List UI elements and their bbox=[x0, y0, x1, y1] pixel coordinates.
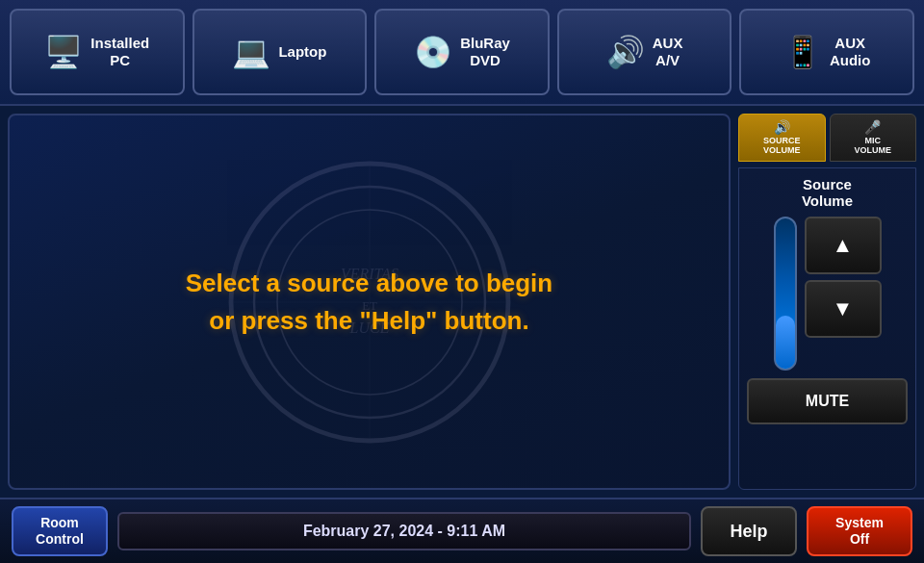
volume-slider-track[interactable] bbox=[774, 217, 797, 371]
source-volume-tab-label: SOURCE VOLUME bbox=[763, 137, 801, 156]
bluray-dvd-button[interactable]: 💿 BluRay DVD bbox=[374, 9, 550, 95]
system-off-button[interactable]: System Off bbox=[807, 506, 912, 556]
aux-audio-icon: 📱 bbox=[783, 37, 822, 67]
preview-panel: VERITAS ET LUCE Select a source above to… bbox=[8, 114, 731, 490]
aux-av-button[interactable]: 🔊 AUX A/V bbox=[557, 9, 732, 95]
main-area: VERITAS ET LUCE Select a source above to… bbox=[0, 106, 924, 498]
main-message: Select a source above to begin or press … bbox=[186, 265, 552, 340]
installed-pc-label: Installed PC bbox=[90, 35, 149, 69]
laptop-button[interactable]: 💻 Laptop bbox=[192, 9, 368, 95]
volume-down-button[interactable]: ▼ bbox=[805, 280, 882, 338]
volume-down-icon: ▼ bbox=[833, 296, 854, 321]
mute-button-label: MUTE bbox=[806, 393, 849, 410]
right-panel: 🔊 SOURCE VOLUME 🎤 MIC VOLUME Source Volu… bbox=[738, 114, 916, 490]
source-volume-icon: 🔊 bbox=[774, 119, 790, 135]
pc-icon: 🖥️ bbox=[44, 37, 83, 67]
volume-controls: ▲ ▼ bbox=[747, 217, 908, 371]
source-bar: 🖥️ Installed PC 💻 Laptop 💿 BluRay DVD 🔊 … bbox=[0, 0, 924, 106]
main-message-line2: or press the "Help" button. bbox=[186, 302, 552, 340]
mic-volume-icon: 🎤 bbox=[864, 119, 881, 135]
volume-up-icon: ▲ bbox=[833, 233, 854, 258]
aux-audio-label: AUX Audio bbox=[830, 35, 871, 69]
aux-audio-button[interactable]: 📱 AUX Audio bbox=[739, 9, 914, 95]
bluray-icon: 💿 bbox=[414, 37, 452, 67]
installed-pc-button[interactable]: 🖥️ Installed PC bbox=[10, 9, 185, 95]
mic-volume-tab[interactable]: 🎤 MIC VOLUME bbox=[830, 114, 917, 162]
help-label: Help bbox=[730, 522, 767, 542]
volume-tabs: 🔊 SOURCE VOLUME 🎤 MIC VOLUME bbox=[738, 114, 916, 162]
mute-button[interactable]: MUTE bbox=[747, 378, 908, 424]
laptop-icon: 💻 bbox=[232, 37, 270, 67]
aux-av-label: AUX A/V bbox=[653, 35, 683, 69]
mic-volume-tab-label: MIC VOLUME bbox=[854, 137, 891, 156]
volume-section-label: Source Volume bbox=[802, 176, 853, 209]
volume-arrow-buttons: ▲ ▼ bbox=[805, 217, 882, 338]
bottom-bar: Room Control February 27, 2024 - 9:11 AM… bbox=[0, 498, 924, 563]
system-off-label: System Off bbox=[835, 515, 884, 548]
room-control-button[interactable]: Room Control bbox=[12, 506, 108, 556]
datetime-display: February 27, 2024 - 9:11 AM bbox=[117, 512, 691, 550]
volume-section: Source Volume ▲ ▼ MUTE bbox=[738, 167, 916, 490]
main-message-line1: Select a source above to begin bbox=[186, 265, 552, 302]
aux-av-icon: 🔊 bbox=[606, 37, 645, 67]
volume-slider-fill bbox=[776, 316, 795, 369]
laptop-label: Laptop bbox=[278, 43, 326, 61]
volume-up-button[interactable]: ▲ bbox=[805, 217, 882, 274]
bluray-dvd-label: BluRay DVD bbox=[460, 35, 510, 69]
help-button[interactable]: Help bbox=[701, 506, 797, 556]
datetime-text: February 27, 2024 - 9:11 AM bbox=[303, 523, 505, 540]
source-volume-tab[interactable]: 🔊 SOURCE VOLUME bbox=[738, 114, 826, 162]
room-control-label: Room Control bbox=[36, 515, 84, 548]
